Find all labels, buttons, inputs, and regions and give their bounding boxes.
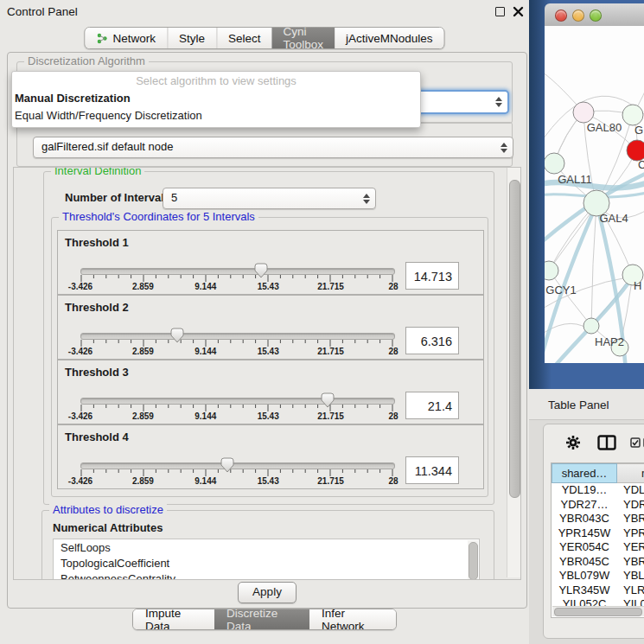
top-tab-bar: Network Style Select Cyni Toolbox jActiv…	[84, 27, 444, 49]
table-panel-header: Table Panel	[529, 389, 644, 420]
slider-track[interactable]	[80, 462, 395, 469]
list-scrollbar[interactable]	[468, 540, 478, 580]
tab-impute-data[interactable]: Impute Data	[133, 609, 214, 629]
slider-tick-label: 9.144	[194, 476, 216, 486]
tab-discretize-data[interactable]: Discretize Data	[214, 609, 309, 629]
cell-shared-name[interactable]: YBL079W	[552, 569, 617, 583]
attribute-list-item[interactable]: TopologicalCoefficient	[54, 555, 479, 571]
cell-name[interactable]: YDL19…	[617, 483, 644, 498]
table-panel: Table Panel	[529, 389, 644, 644]
cell-name[interactable]: YDR27…	[617, 498, 644, 513]
slider-tick-label: 28	[388, 476, 398, 486]
cyni-toolbox-content: Discretization Algorithm Select algorith…	[7, 52, 527, 609]
vertical-scrollbar[interactable]	[507, 168, 520, 577]
combo-arrows-icon	[500, 142, 507, 154]
slider-tick-label: 15.43	[258, 411, 279, 421]
slider-tick-label: -3.426	[68, 282, 92, 291]
threshold-value-field[interactable]: 21.4	[405, 392, 459, 419]
slider-tick-label: 2.859	[132, 476, 154, 486]
attribute-list-item[interactable]: SelfLoops	[54, 539, 479, 555]
scrollbar-thumb[interactable]	[469, 542, 478, 580]
horizontal-scrollbar[interactable]	[552, 606, 644, 616]
threshold-value-field[interactable]: 6.316	[405, 327, 459, 354]
network-node[interactable]	[545, 153, 564, 174]
cell-shared-name[interactable]: YDR27…	[552, 498, 617, 513]
network-icon	[96, 33, 107, 44]
maximize-traffic-light-icon[interactable]	[590, 10, 602, 22]
cell-shared-name[interactable]: YER054C	[552, 540, 617, 555]
network-edge[interactable]	[549, 271, 591, 326]
network-edge[interactable]	[591, 203, 596, 326]
close-traffic-light-icon[interactable]	[555, 10, 567, 22]
slider-track[interactable]	[80, 268, 395, 275]
cell-name[interactable]: YBR043C	[617, 512, 644, 526]
table-data-combo[interactable]: galFiltered.sif default node	[33, 137, 513, 158]
network-node[interactable]	[573, 102, 594, 123]
tab-network[interactable]: Network	[85, 28, 167, 48]
cell-name[interactable]: YLR345W	[617, 583, 644, 598]
slider-tick-label: 28	[388, 347, 398, 356]
tab-cyni-toolbox[interactable]: Cyni Toolbox	[271, 28, 335, 48]
minimize-traffic-light-icon[interactable]	[572, 10, 584, 22]
slider-tick-label: 9.144	[194, 411, 216, 421]
network-window-titlebar[interactable]	[545, 3, 644, 27]
slider-tick-label: 21.715	[317, 282, 344, 291]
cell-name[interactable]: YER054C	[617, 540, 644, 555]
slider-track[interactable]	[80, 398, 395, 405]
threshold-value-field[interactable]: 14.713	[405, 262, 459, 290]
apply-button[interactable]: Apply	[238, 582, 296, 603]
table-row[interactable]: YDR27…YDR27…	[552, 498, 644, 513]
cell-shared-name[interactable]: YBR045C	[552, 555, 617, 570]
attributes-list[interactable]: SelfLoopsTopologicalCoefficientBetweenne…	[53, 539, 480, 580]
slider-tick-label: 9.144	[194, 282, 216, 291]
slider-track[interactable]	[80, 333, 395, 340]
tab-label: Network	[112, 32, 156, 45]
slider-tick-label: 15.43	[258, 347, 279, 356]
cell-shared-name[interactable]: YDL19…	[552, 483, 617, 498]
tab-jactivemnodules[interactable]: jActiveMNodules	[335, 28, 444, 48]
cell-shared-name[interactable]: YLR345W	[552, 583, 617, 598]
cell-name[interactable]: YBL079W	[617, 569, 644, 583]
threshold-label: Threshold 3	[65, 366, 129, 379]
table-row[interactable]: YBR045CYBR045C	[552, 555, 644, 570]
network-node[interactable]	[583, 318, 599, 334]
node-table[interactable]: shared… name YDL19…YDL19…YDR27…YDR27…YBR…	[551, 462, 644, 618]
number-of-intervals-combo[interactable]: 5	[163, 188, 376, 209]
gear-icon[interactable]	[565, 435, 581, 453]
cell-name[interactable]: YPR145W	[617, 526, 644, 541]
attribute-list-item[interactable]: BetweennessCentrality	[54, 571, 479, 580]
table-row[interactable]: YER054CYER054C	[552, 540, 644, 555]
network-view-canvas[interactable]: GAL80GCGAL11GAL4GCY1HHAP2	[545, 26, 644, 363]
scrollbar-thumb[interactable]	[554, 608, 642, 616]
threshold-label: Threshold 2	[65, 301, 129, 314]
combo-arrows-icon	[494, 96, 502, 108]
network-node[interactable]	[545, 261, 558, 280]
column-header-name[interactable]: name	[617, 463, 644, 483]
dropdown-item-manual-discretization[interactable]: Manual Discretization	[12, 91, 420, 108]
cell-shared-name[interactable]: YBR043C	[552, 512, 617, 526]
table-row[interactable]: YBL079WYBL079W	[552, 569, 644, 583]
column-header-shared-name[interactable]: shared…	[552, 463, 617, 483]
network-node[interactable]	[622, 105, 643, 125]
tab-infer-network[interactable]: Infer Network	[309, 609, 396, 629]
tab-style[interactable]: Style	[167, 28, 216, 48]
table-row[interactable]: YPR145WYPR145W	[552, 526, 644, 541]
float-window-icon[interactable]	[495, 7, 505, 16]
threshold-value-field[interactable]: 11.344	[405, 456, 459, 484]
control-panel-titlebar: Control Panel	[0, 0, 529, 24]
table-row[interactable]: YDL19…YDL19…	[552, 483, 644, 498]
split-view-icon[interactable]	[597, 435, 616, 453]
slider-tick-label: 2.859	[132, 347, 154, 356]
table-row[interactable]: YBR043CYBR043C	[552, 512, 644, 526]
dropdown-item-equal-width-frequency[interactable]: Equal Width/Frequency Discretization	[12, 108, 420, 125]
table-row[interactable]: YLR345WYLR345W	[552, 583, 644, 598]
checkbox-checked-icon[interactable]	[630, 437, 641, 450]
close-icon[interactable]	[513, 6, 524, 17]
table-panel-body: shared… name YDL19…YDL19…YDR27…YDR27…YBR…	[543, 424, 644, 639]
algorithm-dropdown-popup: Select algorithm to view settings Manual…	[11, 71, 421, 128]
cell-name[interactable]: YBR045C	[617, 555, 644, 570]
scrollbar-thumb[interactable]	[509, 180, 520, 498]
cell-shared-name[interactable]: YPR145W	[552, 526, 617, 541]
bottom-tab-bar: Impute Data Discretize Data Infer Networ…	[132, 609, 397, 630]
tab-select[interactable]: Select	[216, 28, 272, 48]
